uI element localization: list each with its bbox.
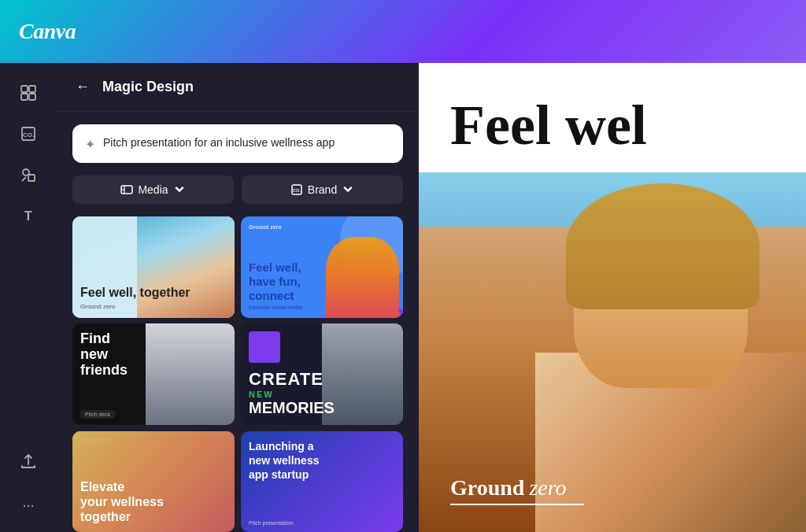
svg-rect-0 xyxy=(21,86,28,92)
card1-title: Feel well, together xyxy=(80,285,227,300)
card4-memories: MEMORIES xyxy=(249,399,395,417)
preview-title: Feel wel xyxy=(419,63,806,157)
icon-sidebar: CO. T ... xyxy=(0,63,57,532)
card2-title: Feel well,have fun,connect xyxy=(249,260,395,303)
main-area: CO. T ... ← xyxy=(0,63,806,532)
magic-search-icon: ✦ xyxy=(85,137,95,152)
result-card-4[interactable]: CREATE NEW MEMORIES xyxy=(241,323,403,425)
svg-rect-2 xyxy=(21,94,28,100)
sidebar-more-button[interactable]: ... xyxy=(11,485,46,519)
result-card-6[interactable]: Launching anew wellnessapp startup Pitch… xyxy=(241,431,403,532)
preview-zero: zero xyxy=(529,475,566,501)
card2-content: Feel well,have fun,connect Inclusive soc… xyxy=(249,260,395,310)
brand-filter-button[interactable]: CO. Brand xyxy=(242,175,403,204)
media-filter-label: Media xyxy=(138,183,168,196)
card3-tag: Pitch deck xyxy=(80,410,115,419)
cursor-tooltip: Sannan xyxy=(395,305,403,318)
media-chevron-icon xyxy=(173,183,186,196)
sidebar-item-brand[interactable]: CO. xyxy=(11,116,46,151)
sidebar-item-text[interactable]: T xyxy=(11,198,46,233)
svg-text:T: T xyxy=(24,209,32,223)
results-grid: Feel well, together Ground zero Ground z… xyxy=(57,216,419,532)
card4-create: CREATE xyxy=(249,369,395,390)
result-card-5[interactable]: Getwell app Elevateyour wellnesstogether xyxy=(72,431,235,532)
result-card-1[interactable]: Feel well, together Ground zero xyxy=(72,216,235,318)
svg-rect-1 xyxy=(29,86,35,92)
sidebar-item-grid[interactable] xyxy=(11,76,46,110)
result-card-2[interactable]: Ground zero Feel well,have fun,connect I… xyxy=(241,216,403,318)
card2-subtitle: Inclusive social media xyxy=(249,305,395,310)
preview-card: Feel wel Ground zero xyxy=(419,63,806,532)
panel-header: ← Magic Design xyxy=(57,63,419,112)
panel-title: Magic Design xyxy=(102,79,194,95)
card2-brand: Ground zero xyxy=(249,224,282,230)
canva-logo: Canva xyxy=(19,19,76,44)
search-text: Pitch presentation for an inclusive well… xyxy=(103,135,335,151)
brand-filter-label: Brand xyxy=(308,183,337,196)
filter-row: Media CO. Brand xyxy=(57,175,419,216)
magic-design-panel: ← Magic Design ✦ Pitch presentation for … xyxy=(57,63,419,532)
sidebar-item-elements[interactable] xyxy=(11,157,46,192)
card6-tag: Pitch presentation xyxy=(249,520,293,526)
top-header: Canva xyxy=(0,0,806,63)
back-button[interactable]: ← xyxy=(72,76,93,98)
preview-underline xyxy=(450,504,584,505)
cursor-arrow-icon xyxy=(395,305,403,318)
sidebar-item-upload[interactable] xyxy=(11,444,46,478)
svg-rect-7 xyxy=(28,175,35,181)
brand-icon: CO. xyxy=(290,183,303,196)
preview-ground: Ground xyxy=(450,475,524,501)
preview-area: Feel wel Ground zero xyxy=(419,63,806,532)
card4-new: NEW xyxy=(249,390,395,399)
search-box[interactable]: ✦ Pitch presentation for an inclusive we… xyxy=(72,124,403,163)
result-card-3[interactable]: Findnewfriends Pitch deck xyxy=(72,323,235,425)
svg-rect-3 xyxy=(29,94,35,100)
svg-text:CO.: CO. xyxy=(293,188,301,193)
card6-title: Launching anew wellnessapp startup xyxy=(249,439,395,482)
card4-purple-box xyxy=(249,331,280,363)
brand-chevron-icon xyxy=(342,183,354,196)
media-icon xyxy=(120,183,133,196)
preview-image: Ground zero xyxy=(419,172,806,532)
svg-text:CO.: CO. xyxy=(23,131,34,139)
card3-title: Findnewfriends xyxy=(80,331,227,378)
media-filter-button[interactable]: Media xyxy=(72,175,234,204)
card1-logo: Ground zero xyxy=(80,303,227,310)
card5-title: Elevateyour wellnesstogether xyxy=(80,479,227,525)
